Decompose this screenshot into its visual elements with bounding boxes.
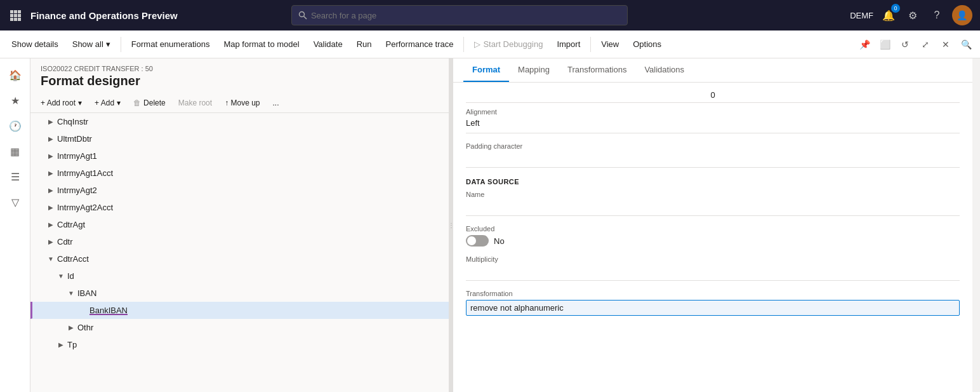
number-field: 0	[466, 90, 960, 103]
page-title: Format designer	[41, 74, 439, 88]
help-icon[interactable]: ?	[928, 6, 946, 24]
sidebar-modules-icon[interactable]: ☰	[4, 165, 27, 188]
transformation-field: Transformation	[466, 290, 960, 316]
sidebar-workspaces-icon[interactable]: ▦	[4, 140, 27, 163]
tree-item-intrmyagt1[interactable]: ▶ IntrmyAgt1	[30, 147, 449, 165]
props-tabs: Format Mapping Transformations Validatio…	[453, 58, 972, 83]
expand-icon: ▶	[46, 236, 56, 247]
expand-icon[interactable]: ⬜	[876, 36, 894, 53]
tree-item-id[interactable]: ▼ Id	[30, 267, 449, 285]
show-details-button[interactable]: Show details	[5, 37, 65, 51]
svg-rect-6	[10, 18, 13, 21]
excluded-toggle[interactable]	[466, 235, 489, 247]
multiplicity-field: Multiplicity	[466, 255, 960, 281]
right-scrollbar	[972, 58, 980, 392]
sidebar-favorites-icon[interactable]: ★	[4, 89, 27, 112]
refresh-icon[interactable]: ↺	[896, 36, 914, 53]
sidebar-home-icon[interactable]: 🏠	[4, 64, 27, 86]
breadcrumb: ISO20022 CREDIT TRANSFER : 50	[41, 65, 439, 72]
expand-icon: ▼	[46, 253, 56, 264]
svg-rect-3	[10, 14, 13, 17]
show-all-button[interactable]: Show all ▾	[66, 37, 117, 51]
chevron-down-icon: ▾	[78, 98, 82, 107]
padding-value[interactable]	[466, 152, 960, 168]
page-header: ISO20022 CREDIT TRANSFER : 50 Format des…	[30, 58, 449, 91]
tree-item-chqinstr[interactable]: ▶ ChqInstr	[30, 113, 449, 130]
tab-validations[interactable]: Validations	[635, 58, 693, 82]
move-up-button[interactable]: ↑ Move up	[220, 96, 265, 110]
ribbon-right-actions: 📌 ⬜ ↺ ⤢ ✕ 🔍	[856, 36, 975, 53]
multiplicity-value[interactable]	[466, 266, 960, 281]
separator-1	[121, 37, 121, 52]
delete-button[interactable]: 🗑 Delete	[128, 96, 171, 110]
search-box[interactable]	[291, 5, 628, 25]
main-layout: 🏠 ★ 🕐 ▦ ☰ ▽ ISO20022 CREDIT TRANSFER : 5…	[0, 58, 980, 392]
separator-3	[590, 37, 591, 52]
svg-rect-2	[18, 10, 21, 13]
search-input[interactable]	[311, 11, 621, 20]
chevron-down-icon: ▾	[117, 98, 121, 107]
expand-icon: ▶	[46, 185, 56, 195]
name-label: Name	[466, 191, 960, 198]
import-button[interactable]: Import	[550, 37, 586, 51]
alignment-value[interactable]: Left	[466, 118, 960, 133]
tab-mapping[interactable]: Mapping	[509, 58, 559, 82]
tab-transformations[interactable]: Transformations	[559, 58, 635, 82]
add-button[interactable]: + Add ▾	[89, 96, 126, 110]
tree-item-cdtr[interactable]: ▶ Cdtr	[30, 233, 449, 250]
content-area: ISO20022 CREDIT TRANSFER : 50 Format des…	[30, 58, 980, 392]
notification-icon[interactable]: 🔔 0	[880, 6, 897, 24]
tree-item-tp[interactable]: ▶ Tp	[30, 336, 449, 353]
svg-rect-8	[18, 18, 21, 21]
padding-label: Padding character	[466, 142, 960, 150]
grid-menu-icon[interactable]	[8, 8, 23, 23]
format-enumerations-button[interactable]: Format enumerations	[125, 37, 216, 51]
tree-item-intrmyagt2[interactable]: ▶ IntrmyAgt2	[30, 182, 449, 199]
pin-icon[interactable]: 📌	[856, 36, 873, 53]
tree-item-othr[interactable]: ▶ Othr	[30, 319, 449, 336]
tree-item-ultmtdbtr[interactable]: ▶ UltmtDbtr	[30, 130, 449, 147]
tree-item-intrmyagt1acct[interactable]: ▶ IntrmyAgt1Acct	[30, 165, 449, 182]
settings-icon[interactable]: ⚙	[904, 6, 922, 24]
map-format-button[interactable]: Map format to model	[217, 37, 305, 51]
run-button[interactable]: Run	[350, 37, 378, 51]
expand-icon: ▼	[56, 271, 66, 281]
make-root-button[interactable]: Make root	[173, 96, 217, 110]
fullscreen-icon[interactable]: ⤢	[917, 36, 934, 53]
tree-item-intrmyagt2acct[interactable]: ▶ IntrmyAgt2Acct	[30, 199, 449, 216]
svg-rect-0	[10, 10, 13, 13]
svg-rect-4	[14, 14, 17, 17]
props-content: 0 Alignment Left Padding character DATA …	[453, 83, 972, 332]
avatar[interactable]: 👤	[952, 5, 972, 25]
expand-icon: ▶	[46, 202, 56, 212]
expand-icon: ▼	[66, 288, 76, 298]
expand-icon: ▶	[56, 339, 66, 349]
view-button[interactable]: View	[595, 37, 625, 51]
padding-field: Padding character	[466, 142, 960, 168]
options-button[interactable]: Options	[626, 37, 668, 51]
add-root-button[interactable]: + Add root ▾	[36, 96, 87, 110]
close-icon[interactable]: ✕	[937, 36, 955, 53]
tree-item-bankiban[interactable]: BankIBAN	[30, 302, 449, 319]
name-value[interactable]	[466, 201, 960, 216]
svg-rect-7	[14, 18, 17, 21]
tree-item-iban[interactable]: ▼ IBAN	[30, 285, 449, 302]
user-name: DEMF	[850, 11, 873, 20]
separator-2	[463, 37, 464, 52]
tree-item-cdtracct[interactable]: ▼ CdtrAcct	[30, 250, 449, 267]
transformation-label: Transformation	[466, 290, 960, 297]
start-debugging-button[interactable]: ▷ Start Debugging	[468, 37, 549, 51]
svg-rect-1	[14, 10, 17, 13]
transformation-input[interactable]	[466, 300, 960, 316]
sidebar-filter-icon[interactable]: ▽	[4, 191, 27, 213]
top-nav-bar: Finance and Operations Preview DEMF 🔔 0 …	[0, 0, 980, 30]
chevron-down-icon: ▾	[106, 39, 110, 49]
search-ribbon-icon[interactable]: 🔍	[957, 36, 975, 53]
tab-format[interactable]: Format	[463, 58, 509, 82]
props-panel: Format Mapping Transformations Validatio…	[453, 58, 972, 392]
tree-item-cdtragt[interactable]: ▶ CdtrAgt	[30, 216, 449, 233]
more-button[interactable]: ...	[267, 96, 284, 110]
validate-button[interactable]: Validate	[307, 37, 349, 51]
sidebar-recent-icon[interactable]: 🕐	[4, 114, 27, 137]
performance-trace-button[interactable]: Performance trace	[380, 37, 460, 51]
